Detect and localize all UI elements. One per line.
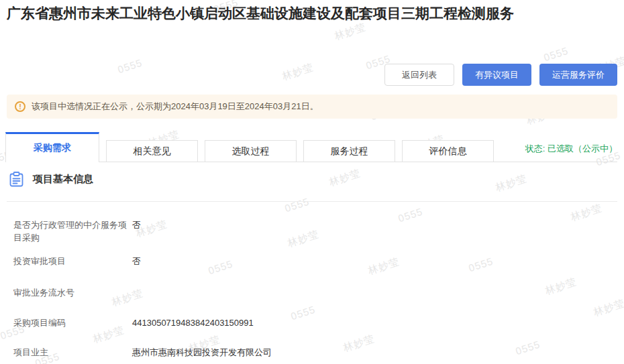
watermark-text: 林妙莹 bbox=[327, 167, 362, 189]
field-label: 采购项目编码 bbox=[13, 316, 132, 329]
field-row-intermediary-service: 是否为行政管理的中介服务项目采购 否 bbox=[13, 219, 617, 244]
watermark-text: 0555 bbox=[283, 196, 311, 215]
field-row-project-code: 采购项目编码 4413050719483842403150991 bbox=[13, 316, 617, 329]
watermark-text: 林妙莹 bbox=[333, 21, 368, 43]
field-value: 否 bbox=[132, 255, 141, 267]
field-value: 4413050719483842403150991 bbox=[132, 316, 254, 329]
field-row-investment-approval: 投资审批项目 否 bbox=[13, 255, 617, 267]
field-row-project-owner: 项目业主 惠州市惠南科技园投资开发有限公司 bbox=[13, 346, 617, 359]
field-label: 投资审批项目 bbox=[13, 255, 132, 267]
watermark-text: 0555 bbox=[542, 45, 570, 64]
tab-procurement-demand[interactable]: 采购需求 bbox=[5, 132, 99, 162]
warning-circle-icon: ! bbox=[15, 101, 25, 112]
watermark-layer: 0555林妙莹0555林妙莹05550555林妙莹0555林妙莹0555林妙莹林… bbox=[0, 0, 624, 364]
field-label: 项目业主 bbox=[13, 346, 132, 359]
publicity-notice-banner: ! 该项目中选情况正在公示，公示期为2024年03月19日至2024年03月21… bbox=[7, 95, 617, 119]
watermark-text: 林妙莹 bbox=[280, 61, 315, 83]
dispute-project-button[interactable]: 有异议项目 bbox=[462, 64, 531, 86]
field-row-approval-serial-number: 审批业务流水号 bbox=[13, 286, 617, 299]
field-value: 否 bbox=[132, 219, 141, 231]
watermark-text: 0555 bbox=[116, 57, 144, 76]
field-label: 是否为行政管理的中介服务项目采购 bbox=[13, 219, 132, 244]
service-evaluation-button[interactable]: 运营服务评价 bbox=[539, 64, 617, 86]
tab-bar: 采购需求 相关意见 选取过程 服务过程 评价信息 bbox=[5, 132, 494, 162]
status-badge: 状态: 已选取（公示中） bbox=[525, 143, 617, 155]
field-label: 审批业务流水号 bbox=[13, 286, 132, 299]
watermark-text: 林妙莹 bbox=[494, 172, 529, 194]
notice-text: 该项目中选情况正在公示，公示期为2024年03月19日至2024年03月21日。 bbox=[32, 101, 319, 113]
section-title: 项目基本信息 bbox=[33, 173, 93, 186]
tab-selection-process[interactable]: 选取过程 bbox=[205, 140, 297, 162]
toolbar: 返回列表 有异议项目 运营服务评价 bbox=[384, 64, 617, 86]
section-divider bbox=[7, 201, 617, 202]
tab-evaluation-info[interactable]: 评价信息 bbox=[402, 140, 494, 162]
project-detail-page: 0555林妙莹0555林妙莹05550555林妙莹0555林妙莹0555林妙莹林… bbox=[0, 0, 624, 364]
page-title: 广东省惠州市未来工业特色小镇启动区基础设施建设及配套项目三期工程检测服务 bbox=[7, 3, 619, 23]
section-header-basic-info: 项目基本信息 bbox=[9, 172, 93, 187]
tab-related-opinions[interactable]: 相关意见 bbox=[106, 140, 198, 162]
clipboard-icon bbox=[9, 172, 23, 187]
tab-service-process[interactable]: 服务过程 bbox=[303, 140, 395, 162]
back-to-list-button[interactable]: 返回列表 bbox=[384, 64, 454, 86]
field-value: 惠州市惠南科技园投资开发有限公司 bbox=[132, 346, 272, 359]
